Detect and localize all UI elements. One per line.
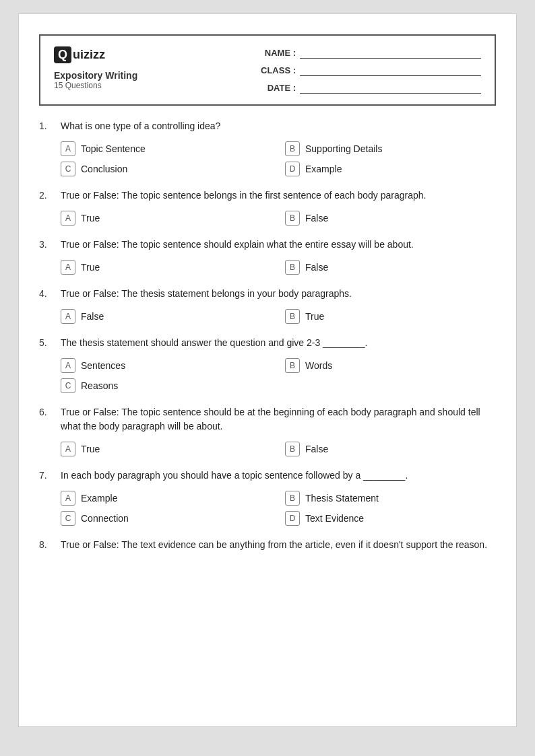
answer-text-7-1: Example: [81, 493, 117, 504]
question-num-3: 3.: [39, 238, 54, 252]
question-body-1: What is one type of a controlling idea?: [61, 119, 496, 133]
answers-grid-7: AExampleBThesis StatementCConnectionDTex…: [61, 491, 496, 526]
logo: Q uizizz: [54, 46, 137, 63]
date-label: DATE :: [259, 83, 296, 93]
answer-text-6-1: True: [81, 444, 100, 454]
question-body-8: True or False: The text evidence can be …: [61, 538, 496, 552]
answer-text-4-2: True: [305, 311, 324, 322]
class-line: [300, 64, 481, 76]
question-text-5: 5.The thesis statement should answer the…: [39, 336, 496, 350]
answer-letter-1-3: C: [61, 162, 75, 176]
answers-grid-1: ATopic SentenceBSupporting DetailsCConcl…: [61, 141, 496, 176]
answer-item-5-2: BWords: [285, 358, 496, 373]
question-text-4: 4.True or False: The thesis statement be…: [39, 287, 496, 301]
question-text-7: 7.In each body paragraph you should have…: [39, 469, 496, 483]
answer-letter-5-3: C: [61, 378, 75, 393]
question-text-3: 3.True or False: The topic sentence shou…: [39, 238, 496, 252]
answer-text-7-3: Connection: [81, 513, 129, 524]
answer-item-3-1: ATrue: [61, 260, 272, 275]
logo-q: Q: [54, 46, 71, 63]
question-1: 1.What is one type of a controlling idea…: [39, 119, 496, 176]
answer-text-3-1: True: [81, 262, 100, 273]
answer-text-7-4: Text Evidence: [305, 513, 364, 524]
answer-item-6-2: BFalse: [285, 442, 496, 456]
answer-letter-3-2: B: [285, 260, 300, 275]
answer-text-1-1: Topic Sentence: [81, 143, 146, 154]
answer-text-2-1: True: [81, 213, 100, 224]
question-body-6: True or False: The topic sentence should…: [61, 405, 496, 434]
answer-item-1-2: BSupporting Details: [285, 141, 496, 156]
answer-letter-1-1: A: [61, 141, 75, 156]
date-field-row: DATE :: [259, 81, 481, 94]
answer-letter-4-1: A: [61, 309, 75, 324]
answer-letter-5-1: A: [61, 358, 75, 373]
name-line: [300, 46, 481, 59]
answer-text-2-2: False: [305, 213, 328, 224]
answer-letter-7-3: C: [61, 511, 75, 526]
question-num-2: 2.: [39, 188, 54, 203]
question-body-2: True or False: The topic sentence belong…: [61, 188, 496, 203]
question-num-8: 8.: [39, 538, 54, 552]
answer-item-7-3: CConnection: [61, 511, 272, 526]
answer-item-5-3: CReasons: [61, 378, 272, 393]
answer-letter-3-1: A: [61, 260, 75, 275]
answer-letter-1-4: D: [285, 162, 300, 176]
answers-grid-5: ASentencesBWordsCReasons: [61, 358, 496, 393]
answer-item-6-1: ATrue: [61, 442, 272, 456]
answer-letter-6-1: A: [61, 442, 75, 456]
worksheet-subtitle: 15 Questions: [54, 81, 137, 90]
question-num-4: 4.: [39, 287, 54, 301]
answer-text-5-1: Sentences: [81, 360, 125, 371]
page: Q uizizz Expository Writing 15 Questions…: [18, 13, 517, 727]
answer-text-3-2: False: [305, 262, 328, 273]
question-5: 5.The thesis statement should answer the…: [39, 336, 496, 393]
name-field-row: NAME :: [259, 46, 481, 59]
question-7: 7.In each body paragraph you should have…: [39, 469, 496, 526]
question-body-4: True or False: The thesis statement belo…: [61, 287, 496, 301]
answer-letter-7-4: D: [285, 511, 300, 526]
question-num-1: 1.: [39, 119, 54, 133]
answer-letter-7-2: B: [285, 491, 300, 506]
answer-item-7-1: AExample: [61, 491, 272, 506]
answer-text-1-4: Example: [305, 164, 342, 174]
answer-item-7-2: BThesis Statement: [285, 491, 496, 506]
answer-text-6-2: False: [305, 444, 328, 454]
answer-item-5-1: ASentences: [61, 358, 272, 373]
answer-letter-2-1: A: [61, 211, 75, 226]
answer-item-1-4: DExample: [285, 162, 496, 176]
answer-text-7-2: Thesis Statement: [305, 493, 379, 504]
question-2: 2.True or False: The topic sentence belo…: [39, 188, 496, 226]
name-label: NAME :: [259, 48, 296, 58]
header: Q uizizz Expository Writing 15 Questions…: [39, 34, 496, 106]
answer-letter-2-2: B: [285, 211, 300, 226]
answer-text-1-2: Supporting Details: [305, 143, 382, 154]
question-num-7: 7.: [39, 469, 54, 483]
answer-text-4-1: False: [81, 311, 104, 322]
answer-letter-1-2: B: [285, 141, 300, 156]
answer-letter-7-1: A: [61, 491, 75, 506]
question-num-6: 6.: [39, 405, 54, 419]
answer-letter-5-2: B: [285, 358, 300, 373]
worksheet-title: Expository Writing: [54, 70, 137, 81]
class-label: CLASS :: [259, 65, 296, 75]
date-line: [300, 81, 481, 94]
question-8: 8.True or False: The text evidence can b…: [39, 538, 496, 552]
question-4: 4.True or False: The thesis statement be…: [39, 287, 496, 324]
answer-text-5-3: Reasons: [81, 380, 118, 391]
answers-grid-3: ATrueBFalse: [61, 260, 496, 275]
question-body-7: In each body paragraph you should have a…: [61, 469, 496, 483]
answer-item-1-3: CConclusion: [61, 162, 272, 176]
question-num-5: 5.: [39, 336, 54, 350]
answer-item-3-2: BFalse: [285, 260, 496, 275]
answer-text-1-3: Conclusion: [81, 164, 127, 174]
question-body-3: True or False: The topic sentence should…: [61, 238, 496, 252]
logo-rest: uizizz: [73, 48, 105, 62]
class-field-row: CLASS :: [259, 64, 481, 76]
question-3: 3.True or False: The topic sentence shou…: [39, 238, 496, 275]
answer-text-5-2: Words: [305, 360, 332, 371]
answer-item-2-2: BFalse: [285, 211, 496, 226]
question-text-2: 2.True or False: The topic sentence belo…: [39, 188, 496, 203]
question-text-1: 1.What is one type of a controlling idea…: [39, 119, 496, 133]
question-text-6: 6.True or False: The topic sentence shou…: [39, 405, 496, 434]
questions-section: 1.What is one type of a controlling idea…: [19, 119, 516, 552]
